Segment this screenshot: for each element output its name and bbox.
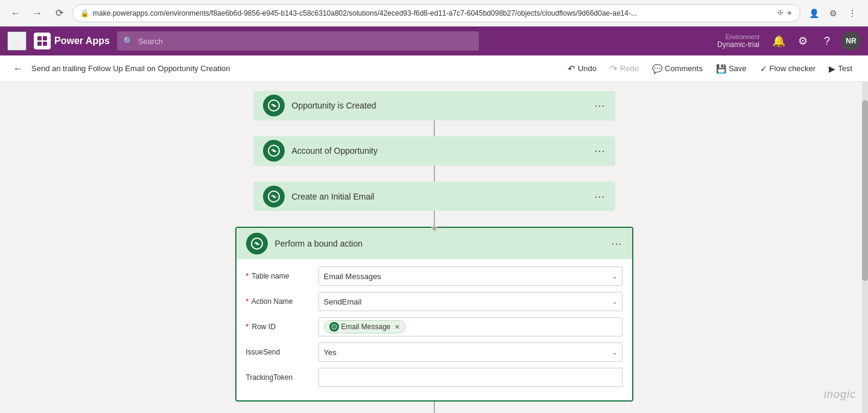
browser-url: make.powerapps.com/environments/f8ae6b6d…	[93, 9, 774, 17]
test-label: Test	[838, 64, 852, 73]
node2-icon	[263, 140, 285, 162]
table-name-label: * Table name	[246, 272, 318, 280]
environment-label: Environment	[726, 34, 759, 40]
browser-reload-button[interactable]: ⟳	[51, 5, 68, 22]
browser-more-button[interactable]: ⋮	[844, 5, 861, 22]
issue-send-row: IssueSend Yes ⌄	[246, 342, 622, 362]
search-bar[interactable]: 🔍	[117, 31, 479, 51]
expanded-node-body: * Table name Email Messages ⌄ * Action N…	[236, 259, 632, 400]
settings-button[interactable]: ⚙	[793, 31, 813, 51]
action-name-chevron-icon: ⌄	[612, 298, 617, 305]
node1-menu[interactable]: ⋯	[594, 99, 606, 112]
undo-button[interactable]: ↶ Undo	[562, 61, 603, 77]
app-logo[interactable]: Power Apps	[34, 33, 110, 49]
scrollbar[interactable]	[862, 82, 868, 413]
flow-checker-button[interactable]: ✓ Flow checker	[754, 61, 822, 76]
flow-arrow-bottom	[434, 402, 435, 413]
tracking-token-input[interactable]	[318, 368, 622, 387]
row-id-required-star: *	[246, 323, 249, 331]
redo-button[interactable]: ↷ Redo	[604, 61, 645, 77]
comments-button[interactable]: 💬 Comments	[646, 61, 709, 76]
undo-label: Undo	[578, 64, 597, 73]
scrollbar-thumb[interactable]	[862, 100, 868, 281]
redo-icon: ↷	[610, 63, 618, 74]
svg-point-11	[256, 242, 258, 245]
app-topbar: ⋮⋮ Power Apps 🔍 Environment Dynamic-tria…	[0, 27, 868, 55]
test-icon: ▶	[829, 64, 835, 74]
notifications-button[interactable]: 🔔	[769, 31, 788, 51]
toolbar-back-button[interactable]: ←	[10, 60, 27, 77]
node2-menu[interactable]: ⋯	[594, 144, 606, 157]
action-name-required-star: *	[246, 297, 249, 306]
row-id-row: * Row ID Email Message	[246, 317, 622, 336]
action-name-dropdown[interactable]: SendEmail ⌄	[318, 292, 622, 311]
node3-icon	[263, 186, 285, 207]
tag-flow-icon	[329, 322, 339, 332]
app-grid-button[interactable]: ⋮⋮	[7, 31, 27, 51]
app-logo-icon	[34, 33, 51, 49]
browser-forward-button[interactable]: →	[29, 5, 46, 22]
toolbar-actions: ↶ Undo ↷ Redo 💬 Comments 💾 Save ✓ Flow c…	[562, 61, 858, 77]
help-button[interactable]: ?	[817, 31, 837, 51]
avatar-button[interactable]: NR	[841, 31, 861, 51]
svg-point-7	[273, 150, 275, 152]
flow-container: Opportunity is Created ⋯ Account of Oppo…	[223, 88, 645, 413]
flow-node-account[interactable]: Account of Opportunity ⋯	[253, 136, 615, 166]
search-input[interactable]	[138, 37, 473, 46]
action-name-label: * Action Name	[246, 297, 318, 306]
issue-send-chevron-icon: ⌄	[612, 349, 617, 356]
node4-title: Perform a bound action	[275, 239, 611, 248]
test-button[interactable]: ▶ Test	[823, 61, 858, 76]
table-name-dropdown[interactable]: Email Messages ⌄	[318, 266, 622, 286]
main-canvas: Opportunity is Created ⋯ Account of Oppo…	[0, 82, 868, 413]
flow-arrow-3	[434, 211, 435, 227]
flow-node-bound-action[interactable]: Perform a bound action ⋯ * Table name Em…	[235, 227, 633, 402]
svg-rect-1	[43, 36, 47, 40]
svg-point-9	[273, 195, 275, 198]
browser-bar: ← → ⟳ 🔒 make.powerapps.com/environments/…	[0, 0, 868, 27]
environment-info: Environment Dynamic-trial	[717, 34, 759, 49]
table-name-row: * Table name Email Messages ⌄	[246, 266, 622, 286]
browser-profile-button[interactable]: 👤	[805, 5, 822, 22]
browser-extensions-button[interactable]: ⚙	[825, 5, 841, 22]
node3-menu[interactable]: ⋯	[594, 190, 606, 203]
action-name-row: * Action Name SendEmail ⌄	[246, 292, 622, 311]
svg-rect-0	[37, 36, 42, 40]
action-name-value: SendEmail	[324, 297, 612, 306]
save-button[interactable]: 💾 Save	[710, 61, 753, 76]
table-name-chevron-icon: ⌄	[612, 273, 617, 280]
row-id-field[interactable]: Email Message ✕	[318, 317, 622, 336]
tracking-token-row: TrackingToken	[246, 368, 622, 387]
node4-icon	[246, 233, 268, 254]
svg-point-5	[273, 104, 275, 107]
browser-address-bar[interactable]: 🔒 make.powerapps.com/environments/f8ae6b…	[72, 4, 800, 22]
tag-label: Email Message	[341, 323, 391, 331]
node3-title: Create an Initial Email	[292, 192, 594, 201]
comments-icon: 💬	[652, 64, 662, 74]
watermark: inogic	[824, 388, 856, 401]
expanded-node-header[interactable]: Perform a bound action ⋯	[236, 228, 632, 259]
browser-back-button[interactable]: ←	[7, 5, 24, 22]
undo-icon: ↶	[568, 63, 575, 74]
node4-menu[interactable]: ⋯	[611, 237, 622, 250]
table-name-required-star: *	[246, 272, 249, 280]
topbar-right: Environment Dynamic-trial 🔔 ⚙ ? NR	[717, 31, 861, 51]
email-message-tag: Email Message ✕	[324, 320, 405, 333]
toolbar: ← Send an trailing Follow Up Email on Op…	[0, 55, 868, 82]
save-label: Save	[729, 64, 747, 73]
flow-checker-icon: ✓	[760, 64, 767, 74]
browser-actions: 👤 ⚙ ⋮	[805, 5, 861, 22]
node1-icon	[263, 95, 285, 116]
app-name: Power Apps	[54, 36, 110, 46]
flow-node-opportunity[interactable]: Opportunity is Created ⋯	[253, 91, 615, 121]
table-name-value: Email Messages	[324, 272, 612, 281]
flow-node-initial-email[interactable]: Create an Initial Email ⋯	[253, 181, 615, 211]
search-icon: 🔍	[123, 36, 133, 46]
svg-rect-3	[43, 42, 47, 46]
issue-send-label: IssueSend	[246, 348, 318, 356]
save-icon: 💾	[716, 64, 726, 74]
tag-close-button[interactable]: ✕	[394, 323, 400, 331]
redo-label: Redo	[620, 64, 639, 73]
issue-send-value: Yes	[324, 348, 612, 357]
issue-send-dropdown[interactable]: Yes ⌄	[318, 342, 622, 362]
